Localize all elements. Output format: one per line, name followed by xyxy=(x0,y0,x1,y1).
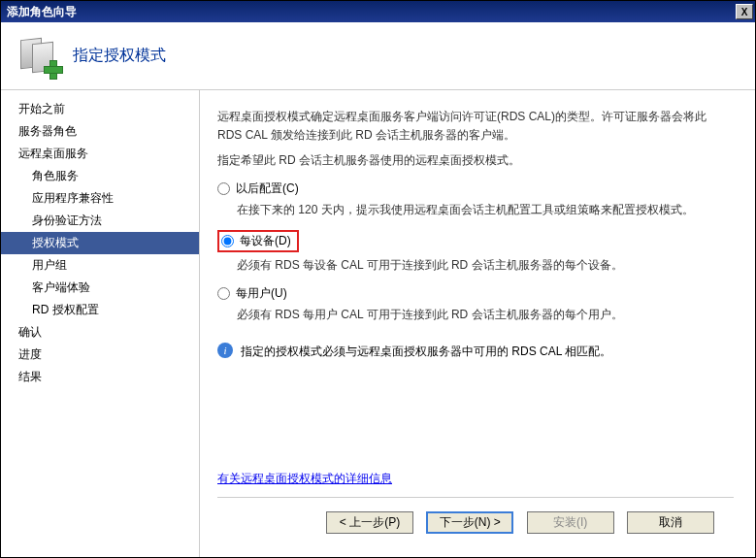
sidebar: 开始之前服务器角色远程桌面服务角色服务应用程序兼容性身份验证方法授权模式用户组客… xyxy=(1,90,200,557)
option-help-later: 在接下来的 120 天内，提示我使用远程桌面会话主机配置工具或组策略来配置授权模… xyxy=(217,201,734,218)
sidebar-item-1[interactable]: 服务器角色 xyxy=(1,120,199,143)
footer: < 上一步(P) 下一步(N) > 安装(I) 取消 xyxy=(217,497,734,547)
sidebar-item-4[interactable]: 应用程序兼容性 xyxy=(1,187,199,210)
radio-per-device[interactable] xyxy=(221,235,234,247)
server-role-icon xyxy=(20,37,59,76)
sidebar-item-9[interactable]: RD 授权配置 xyxy=(1,299,199,321)
sidebar-item-3[interactable]: 角色服务 xyxy=(1,165,199,187)
option-row-later[interactable]: 以后配置(C) xyxy=(217,181,734,197)
option-per-device: 每设备(D)必须有 RDS 每设备 CAL 可用于连接到此 RD 会话主机服务器… xyxy=(217,230,734,274)
info-row: i 指定的授权模式必须与远程桌面授权服务器中可用的 RDS CAL 相匹配。 xyxy=(217,343,734,360)
sidebar-item-0[interactable]: 开始之前 xyxy=(1,98,199,120)
sidebar-item-8[interactable]: 客户端体验 xyxy=(1,277,199,299)
sidebar-item-7[interactable]: 用户组 xyxy=(1,254,199,277)
prev-button[interactable]: < 上一步(P) xyxy=(326,511,413,534)
option-label-per-user: 每用户(U) xyxy=(236,285,287,302)
option-label-later: 以后配置(C) xyxy=(236,181,299,197)
option-help-per-device: 必须有 RDS 每设备 CAL 可用于连接到此 RD 会话主机服务器的每个设备。 xyxy=(217,256,734,274)
option-row-per-device[interactable]: 每设备(D) xyxy=(217,230,299,252)
sidebar-item-10[interactable]: 确认 xyxy=(1,321,199,344)
content: 远程桌面授权模式确定远程桌面服务客户端访问许可证(RDS CAL)的类型。许可证… xyxy=(200,90,755,557)
option-per-user: 每用户(U)必须有 RDS 每用户 CAL 可用于连接到此 RD 会话主机服务器… xyxy=(217,285,734,323)
description-text: 远程桌面授权模式确定远程桌面服务客户端访问许可证(RDS CAL)的类型。许可证… xyxy=(217,108,734,145)
close-button[interactable]: X xyxy=(736,4,753,19)
window-title: 添加角色向导 xyxy=(7,4,77,20)
info-icon: i xyxy=(217,343,233,358)
sidebar-item-11[interactable]: 进度 xyxy=(1,344,199,366)
header: 指定授权模式 xyxy=(1,22,755,90)
radio-per-user[interactable] xyxy=(217,287,230,300)
sidebar-item-12[interactable]: 结果 xyxy=(1,366,199,388)
option-label-per-device: 每设备(D) xyxy=(240,233,291,249)
prompt-text: 指定希望此 RD 会话主机服务器使用的远程桌面授权模式。 xyxy=(217,152,734,169)
body: 开始之前服务器角色远程桌面服务角色服务应用程序兼容性身份验证方法授权模式用户组客… xyxy=(1,90,755,557)
titlebar: 添加角色向导 X xyxy=(1,1,755,22)
option-help-per-user: 必须有 RDS 每用户 CAL 可用于连接到此 RD 会话主机服务器的每个用户。 xyxy=(217,306,734,323)
options-group: 以后配置(C)在接下来的 120 天内，提示我使用远程桌面会话主机配置工具或组策… xyxy=(217,181,734,335)
wizard-window: 添加角色向导 X 指定授权模式 开始之前服务器角色远程桌面服务角色服务应用程序兼… xyxy=(0,0,756,558)
info-text: 指定的授权模式必须与远程桌面授权服务器中可用的 RDS CAL 相匹配。 xyxy=(241,343,611,360)
option-row-per-user[interactable]: 每用户(U) xyxy=(217,285,734,302)
option-later: 以后配置(C)在接下来的 120 天内，提示我使用远程桌面会话主机配置工具或组策… xyxy=(217,181,734,218)
sidebar-item-2[interactable]: 远程桌面服务 xyxy=(1,143,199,165)
sidebar-item-5[interactable]: 身份验证方法 xyxy=(1,210,199,232)
radio-later[interactable] xyxy=(217,182,230,195)
page-title: 指定授权模式 xyxy=(73,46,166,66)
install-button[interactable]: 安装(I) xyxy=(527,511,614,534)
cancel-button[interactable]: 取消 xyxy=(627,511,714,534)
details-link[interactable]: 有关远程桌面授权模式的详细信息 xyxy=(217,472,392,485)
sidebar-item-6[interactable]: 授权模式 xyxy=(1,232,199,254)
next-button[interactable]: 下一步(N) > xyxy=(426,511,513,534)
link-row: 有关远程桌面授权模式的详细信息 xyxy=(217,471,734,487)
